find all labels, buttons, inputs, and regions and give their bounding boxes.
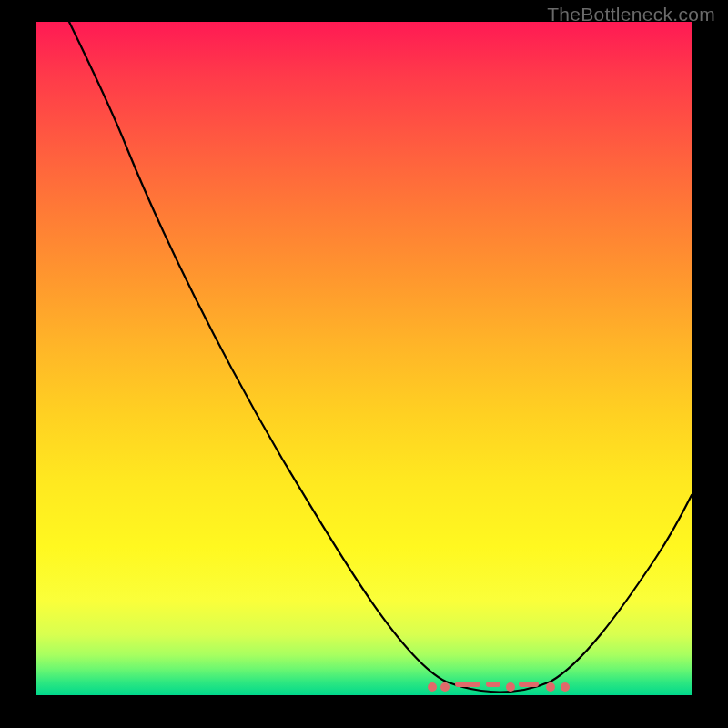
marker-dash <box>455 682 480 687</box>
curve-svg <box>36 22 692 695</box>
marker-dot <box>561 682 570 692</box>
marker-dot <box>506 682 515 692</box>
marker-dash <box>519 682 539 687</box>
chart-frame: TheBottleneck.com <box>0 0 728 728</box>
bottleneck-curve <box>69 22 692 692</box>
marker-dash <box>486 682 500 687</box>
marker-dot <box>440 682 450 692</box>
marker-dot <box>428 682 437 692</box>
plot-area <box>36 22 692 695</box>
marker-dot <box>546 682 555 692</box>
optimal-range-markers <box>428 682 582 695</box>
